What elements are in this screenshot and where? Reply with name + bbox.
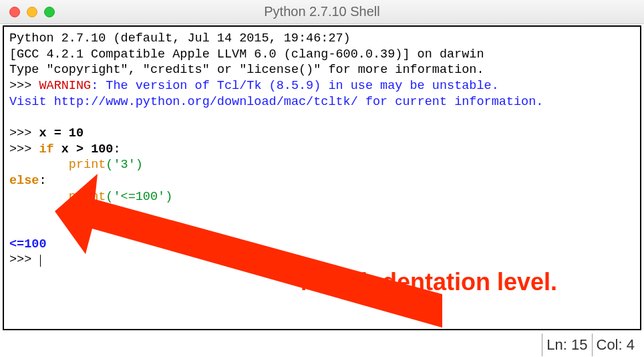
code-args2: ('<=100') [106, 190, 172, 204]
banner-line3-prefix: Type [9, 63, 47, 77]
banner-q2: "credits" [143, 63, 210, 77]
prompt-2: >>> [9, 142, 39, 156]
banner-c1: , [128, 63, 143, 77]
code-else-colon: : [39, 174, 46, 188]
indent-2 [9, 190, 69, 204]
banner-line3-suffix: for more information. [321, 63, 484, 77]
code-if: if [39, 142, 53, 156]
status-col: Col: 4 [592, 334, 639, 356]
code-print1: print [69, 158, 106, 172]
visit-url: http://www.python.org/download/mac/tcltk… [54, 95, 358, 109]
statusbar: Ln: 15 Col: 4 [542, 333, 639, 357]
output: <=100 [9, 237, 47, 251]
banner-c2: or [210, 63, 239, 77]
visit-prefix: Visit [9, 95, 54, 109]
code-args1: ('3') [106, 158, 143, 172]
editor-frame: Python 2.7.10 (default, Jul 14 2015, 19:… [3, 25, 641, 330]
banner-line2: [GCC 4.2.1 Compatible Apple LLVM 6.0 (cl… [9, 47, 484, 62]
banner-line1: Python 2.7.10 (default, Jul 14 2015, 19:… [9, 31, 351, 45]
warn-text: : The version of Tcl/Tk (8.5.9) in use m… [91, 79, 499, 93]
visit-suffix: for current information. [358, 95, 544, 109]
warn-prompt: >>> [9, 79, 39, 93]
code-else: else [9, 174, 39, 188]
prompt-1: >>> [9, 126, 39, 140]
code-eq: = [54, 126, 61, 140]
window-title: Python 2.7.10 Shell [0, 4, 644, 19]
warn-label: WARNING [39, 79, 91, 93]
code-x: x [39, 126, 53, 140]
final-prompt: >>> [9, 253, 39, 267]
cursor-icon [40, 255, 41, 267]
indent-1 [9, 158, 69, 172]
banner-q3: "license()" [239, 63, 321, 77]
status-line: Ln: 15 [542, 334, 591, 356]
banner-q1: "copyright" [47, 63, 128, 77]
code-colon: : [113, 142, 120, 156]
shell-editor[interactable]: Python 2.7.10 (default, Jul 14 2015, 19:… [4, 27, 640, 272]
titlebar: Python 2.7.10 Shell [0, 0, 644, 24]
code-l2-mid: x > [54, 142, 92, 156]
code-100: 100 [91, 142, 113, 156]
code-10: 10 [61, 126, 84, 140]
code-print2: print [69, 190, 106, 204]
